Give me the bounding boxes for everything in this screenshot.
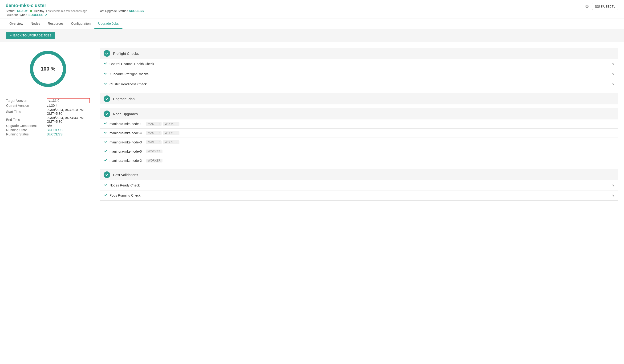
donut-percent: 100 % (41, 66, 55, 72)
info-row: End Time09/09/2024, 04:54:43 PM GMT+5:30 (6, 116, 90, 123)
node-tags: MASTERWORKER (146, 131, 180, 135)
node-tags: MASTERWORKER (146, 140, 180, 144)
chevron-down-icon[interactable]: ∨ (612, 82, 614, 86)
node-tag: WORKER (146, 150, 162, 153)
step-title: Upgrade Plan (113, 97, 135, 101)
external-link-icon: ↗ (45, 13, 47, 17)
node-tags: WORKER (146, 159, 162, 162)
node-name: manindra-mks-node-5 (109, 150, 142, 153)
info-value: 09/09/2024, 04:42:10 PM GMT+5:30 (47, 108, 90, 115)
check-label: Kubeadm Preflight Checks (109, 72, 149, 76)
node-name: manindra-mks-node-1 (109, 122, 142, 126)
check-label: Pods Running Check (109, 194, 141, 197)
tab-resources[interactable]: Resources (44, 19, 67, 29)
step-complete-icon (104, 50, 110, 57)
node-item[interactable]: manindra-mks-node-5WORKER (100, 147, 618, 156)
node-item[interactable]: manindra-mks-node-2WORKER (100, 156, 618, 165)
info-key: End Time (6, 116, 46, 123)
step-header-0: Preflight Checks (100, 48, 618, 59)
node-name: manindra-mks-node-3 (109, 140, 142, 144)
node-tag: WORKER (163, 140, 180, 144)
node-item[interactable]: manindra-mks-node-3MASTERWORKER (100, 138, 618, 147)
check-icon (104, 72, 107, 76)
cluster-title: demo-mks-cluster (6, 3, 144, 8)
info-value: v1.30.4 (47, 104, 90, 108)
node-items-list: manindra-mks-node-1MASTERWORKER manindra… (100, 119, 618, 165)
back-to-upgrade-jobs-button[interactable]: ← BACK TO UPGRADE JOBS (6, 32, 55, 39)
check-item[interactable]: Pods Running Check∨ (100, 190, 618, 200)
step-complete-icon (104, 171, 110, 178)
tab-bar: Overview Nodes Resources Configuration U… (0, 19, 624, 29)
tab-configuration[interactable]: Configuration (67, 19, 94, 29)
step-title: Node Upgrades (113, 112, 138, 116)
check-icon (104, 122, 107, 126)
last-upgrade: Last Upgrade Status : SUCCESS (98, 9, 144, 13)
health-dot (30, 10, 32, 12)
info-row: Running StatusSUCCESS (6, 132, 90, 136)
step-header-2: Node Upgrades (100, 108, 618, 119)
blueprint-label: Blueprint Sync : (6, 13, 27, 17)
info-row: Upgrade ComponentN/A (6, 124, 90, 128)
check-item[interactable]: Cluster Readiness Check∨ (100, 79, 618, 89)
node-tag: MASTER (146, 140, 161, 144)
node-name: manindra-mks-node-2 (109, 159, 142, 162)
step-section-1: Upgrade Plan (100, 93, 618, 104)
chevron-down-icon[interactable]: ∨ (612, 194, 614, 197)
info-value: N/A (47, 124, 90, 128)
tab-upgrade-jobs[interactable]: Upgrade Jobs (94, 19, 122, 29)
kubectl-button[interactable]: ⌨ KUBECTL (592, 3, 618, 10)
step-header-3: Post Validations (100, 169, 618, 180)
node-tags: MASTERWORKER (146, 122, 180, 126)
step-title: Post Validations (113, 173, 138, 177)
check-icon (104, 82, 107, 86)
node-item-left: manindra-mks-node-2WORKER (104, 159, 162, 163)
sub-items-list: Control Channel Health Check∨ Kubeadm Pr… (100, 59, 618, 89)
tab-nodes[interactable]: Nodes (27, 19, 44, 29)
info-key: Current Version (6, 104, 46, 108)
tab-overview[interactable]: Overview (6, 19, 27, 29)
blueprint-value: SUCCESS (28, 13, 43, 17)
node-tag: MASTER (146, 131, 161, 135)
check-item-left: Control Channel Health Check (104, 62, 154, 66)
back-bar: ← BACK TO UPGRADE JOBS (0, 29, 624, 42)
progress-donut: 100 % (6, 48, 90, 90)
info-value: 09/09/2024, 04:54:43 PM GMT+5:30 (47, 116, 90, 123)
step-complete-icon (104, 111, 110, 117)
info-table: Target Versionv1.31.0Current Versionv1.3… (6, 98, 90, 136)
step-header-1: Upgrade Plan (100, 93, 618, 104)
info-key: Target Version (6, 98, 46, 103)
status-label: Status: (6, 9, 15, 13)
check-icon (104, 159, 107, 163)
info-key: Running Status (6, 132, 46, 136)
node-tag: WORKER (146, 159, 162, 162)
check-icon (104, 62, 107, 66)
node-item[interactable]: manindra-mks-node-1MASTERWORKER (100, 119, 618, 129)
check-item-left: Nodes Ready Check (104, 183, 140, 187)
chevron-down-icon[interactable]: ∨ (612, 72, 614, 76)
node-item-left: manindra-mks-node-3MASTERWORKER (104, 140, 180, 144)
step-section-3: Post Validations Nodes Ready Check∨ Pods… (100, 169, 618, 201)
check-icon (104, 131, 107, 135)
info-row: Target Versionv1.31.0 (6, 98, 90, 103)
health-label: Healthy (34, 9, 44, 13)
step-section-2: Node Upgrades manindra-mks-node-1MASTERW… (100, 108, 618, 165)
info-key: Running State (6, 128, 46, 132)
left-panel: 100 % Target Versionv1.31.0Current Versi… (6, 48, 90, 204)
check-item[interactable]: Kubeadm Preflight Checks∨ (100, 69, 618, 79)
check-item[interactable]: Control Channel Health Check∨ (100, 59, 618, 69)
info-row: Running StateSUCCESS (6, 128, 90, 132)
node-name: manindra-mks-node-4 (109, 131, 142, 135)
check-item-left: Pods Running Check (104, 193, 141, 198)
info-key: Upgrade Component (6, 124, 46, 128)
info-row: Start Time09/09/2024, 04:42:10 PM GMT+5:… (6, 108, 90, 115)
info-key: Start Time (6, 108, 46, 115)
node-tags: WORKER (146, 150, 162, 153)
check-item[interactable]: Nodes Ready Check∨ (100, 180, 618, 190)
node-item-left: manindra-mks-node-1MASTERWORKER (104, 122, 180, 126)
settings-icon[interactable]: ⚙ (585, 3, 589, 9)
step-complete-icon (104, 95, 110, 102)
chevron-down-icon[interactable]: ∨ (612, 62, 614, 66)
node-item[interactable]: manindra-mks-node-4MASTERWORKER (100, 129, 618, 138)
node-item-left: manindra-mks-node-4MASTERWORKER (104, 131, 180, 135)
chevron-down-icon[interactable]: ∨ (612, 183, 614, 187)
